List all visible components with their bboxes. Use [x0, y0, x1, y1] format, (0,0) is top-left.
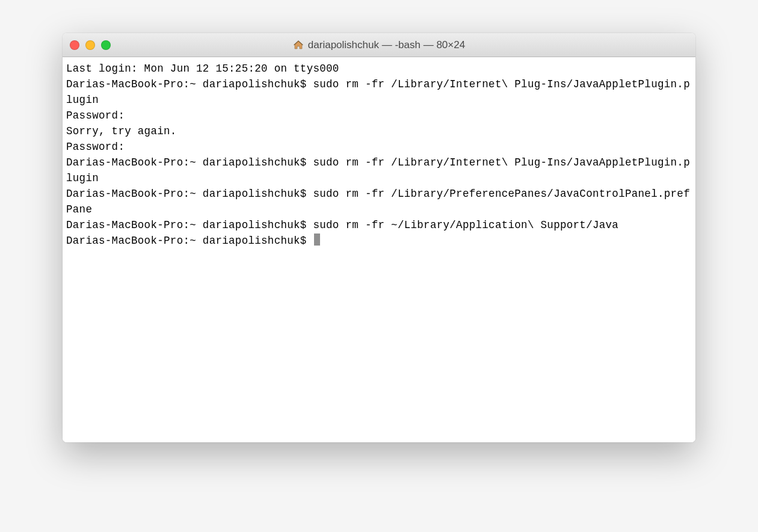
terminal-line: Sorry, try again.	[66, 123, 692, 139]
terminal-prompt-line: Darias-MacBook-Pro:~ dariapolishchuk$	[66, 233, 692, 249]
titlebar[interactable]: dariapolishchuk — -bash — 80×24	[63, 33, 695, 57]
terminal-line: Darias-MacBook-Pro:~ dariapolishchuk$ su…	[66, 155, 692, 186]
terminal-line: Darias-MacBook-Pro:~ dariapolishchuk$ su…	[66, 217, 692, 233]
minimize-button[interactable]	[85, 40, 95, 50]
terminal-line: Password:	[66, 139, 692, 155]
traffic-lights	[70, 40, 111, 50]
terminal-line: Password:	[66, 108, 692, 123]
terminal-line: Last login: Mon Jun 12 15:25:20 on ttys0…	[66, 61, 692, 76]
maximize-button[interactable]	[101, 40, 111, 50]
window-title: dariapolishchuk — -bash — 80×24	[308, 39, 465, 51]
close-button[interactable]	[70, 40, 79, 50]
terminal-line: Darias-MacBook-Pro:~ dariapolishchuk$ su…	[66, 76, 692, 108]
cursor	[314, 234, 320, 246]
terminal-window: dariapolishchuk — -bash — 80×24 Last log…	[63, 33, 695, 442]
home-icon	[293, 40, 304, 51]
terminal-body[interactable]: Last login: Mon Jun 12 15:25:20 on ttys0…	[63, 57, 695, 442]
terminal-prompt: Darias-MacBook-Pro:~ dariapolishchuk$	[66, 235, 313, 247]
title-wrap: dariapolishchuk — -bash — 80×24	[63, 39, 695, 51]
terminal-line: Darias-MacBook-Pro:~ dariapolishchuk$ su…	[66, 186, 692, 217]
